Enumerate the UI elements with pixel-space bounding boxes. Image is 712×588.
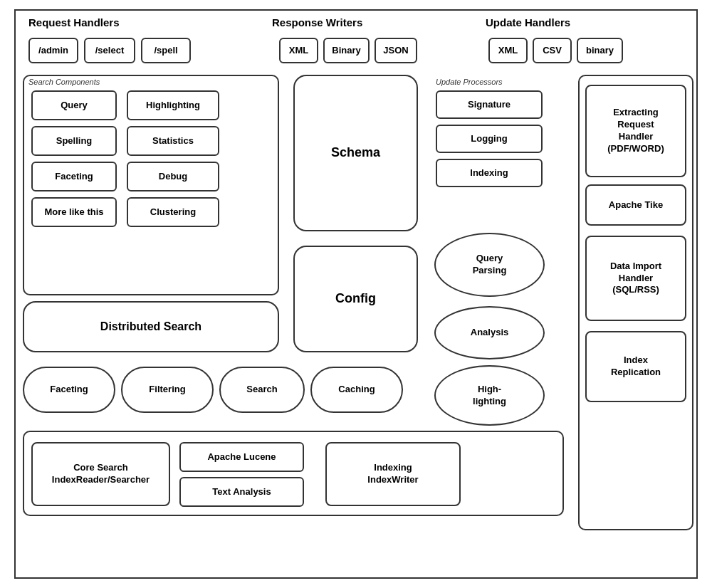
filtering-ellipse: Filtering xyxy=(121,367,214,413)
statistics-box: Statistics xyxy=(127,126,219,156)
binary-rw-box: Binary xyxy=(323,38,370,63)
apache-tike-box: Apache Tike xyxy=(585,184,686,226)
data-import-box: Data ImportHandler(SQL/RSS) xyxy=(585,236,686,321)
faceting-sc-box: Faceting xyxy=(31,162,117,191)
caching-ellipse: Caching xyxy=(310,367,403,413)
text-analysis-box: Text Analysis xyxy=(179,477,304,507)
admin-box: /admin xyxy=(28,38,78,63)
extracting-rh-box: ExtractingRequestHandler(PDF/WORD) xyxy=(585,85,686,177)
clustering-box: Clustering xyxy=(127,197,219,227)
xml-rw-box: XML xyxy=(279,38,318,63)
indexing-up-box: Indexing xyxy=(436,159,543,187)
debug-box: Debug xyxy=(127,162,219,191)
xml-uh-box: XML xyxy=(488,38,528,63)
query-parsing-ellipse: QueryParsing xyxy=(434,233,545,297)
request-handlers-label: Request Handlers xyxy=(28,16,120,28)
highlighting-ellipse: High-lighting xyxy=(434,365,545,426)
search-components-label: Search Components xyxy=(28,78,100,86)
indexing-writer-box: IndexingIndexWriter xyxy=(325,442,461,506)
spelling-box: Spelling xyxy=(31,126,117,156)
update-processors-label: Update Processors xyxy=(436,78,503,86)
signature-box: Signature xyxy=(436,90,543,119)
query-box: Query xyxy=(31,90,117,120)
apache-lucene-box: Apache Lucene xyxy=(179,442,304,472)
faceting-ellipse: Faceting xyxy=(23,367,115,413)
response-writers-label: Response Writers xyxy=(272,16,362,28)
main-diagram: Request Handlers Response Writers Update… xyxy=(14,9,698,579)
binary-uh-box: binary xyxy=(577,38,623,63)
distributed-search-box: Distributed Search xyxy=(23,301,279,352)
analysis-ellipse: Analysis xyxy=(434,306,545,359)
update-handlers-label: Update Handlers xyxy=(486,16,570,28)
more-like-this-box: More like this xyxy=(31,197,117,227)
select-box: /select xyxy=(84,38,135,63)
highlighting-box: Highlighting xyxy=(127,90,219,120)
csv-uh-box: CSV xyxy=(533,38,572,63)
spell-box: /spell xyxy=(141,38,191,63)
schema-box: Schema xyxy=(293,75,418,231)
json-rw-box: JSON xyxy=(375,38,417,63)
search-ellipse: Search xyxy=(219,367,305,413)
config-box: Config xyxy=(293,246,418,352)
logging-box: Logging xyxy=(436,125,543,153)
core-search-box: Core SearchIndexReader/Searcher xyxy=(31,442,170,506)
index-replication-box: IndexReplication xyxy=(585,331,686,402)
